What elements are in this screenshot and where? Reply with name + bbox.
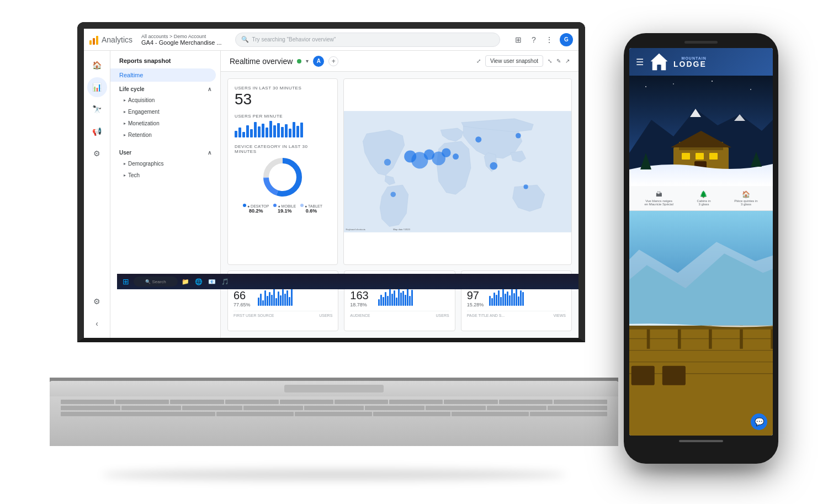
c2b14 — [407, 287, 408, 306]
nav-admin-icon[interactable]: ⚙ — [87, 144, 107, 163]
main-scene: Analytics All accounts > Demo Account GA… — [0, 0, 828, 504]
c3b6 — [500, 297, 502, 306]
mini-bar-8 — [262, 124, 264, 137]
content-header-right: ⤢ View user snapshot ⤡ ✎ ↗ — [476, 55, 570, 67]
users-30min-section: USERS IN LAST 30 MINUTES 53 — [235, 86, 331, 107]
c2b2 — [380, 295, 382, 306]
c3b15 — [520, 290, 522, 306]
svg-point-13 — [516, 133, 521, 139]
nav-reports-icon[interactable]: 📊 — [87, 77, 107, 97]
svg-point-24 — [712, 81, 713, 82]
c1b13 — [284, 294, 286, 306]
mountains-icon: 🏔 — [656, 190, 662, 198]
key — [243, 406, 303, 410]
key-row-2 — [61, 406, 607, 410]
laptop-device: Analytics All accounts > Demo Account GA… — [44, 22, 624, 475]
users-30min-label: USERS IN LAST 30 MINUTES — [235, 86, 331, 91]
svg-point-12 — [490, 162, 497, 170]
c2b16 — [411, 290, 413, 306]
dropdown-arrow[interactable]: ▾ — [306, 58, 309, 64]
svg-rect-29 — [682, 153, 690, 160]
expand-icon[interactable]: ⤡ — [548, 58, 552, 64]
phone-chat-button[interactable]: 💬 — [751, 413, 767, 430]
audience-btn[interactable]: A — [313, 56, 324, 67]
user-avatar[interactable]: G — [560, 33, 573, 46]
windows-start-icon[interactable]: ⊞ — [120, 276, 131, 287]
laptop-trackpad[interactable] — [284, 385, 384, 392]
sidebar-acquisition[interactable]: Acquisition — [110, 94, 220, 106]
sidebar-user-section[interactable]: User ∧ — [110, 145, 220, 158]
sidebar-lifecycle-section[interactable]: Life cycle ∧ — [110, 82, 220, 94]
mini-bar-3 — [242, 132, 245, 137]
nav-ads-icon[interactable]: 📢 — [87, 121, 107, 141]
mobile-pct: 19.1% — [278, 208, 292, 214]
ga-search-bar[interactable]: 🔍 Try searching "Behavior overview" — [235, 33, 500, 47]
taskbar-app-2[interactable]: 🌐 — [193, 276, 204, 287]
c2b6 — [389, 289, 391, 306]
ga-dashboard: USERS IN LAST 30 MINUTES 53 USERS PER MI… — [221, 72, 578, 338]
mini-bar-5 — [250, 129, 253, 137]
svg-point-14 — [523, 184, 528, 189]
gallery-img-svg — [629, 211, 773, 436]
key — [548, 406, 607, 410]
c3b1 — [489, 296, 491, 306]
svg-rect-31 — [709, 153, 718, 160]
share-icon[interactable]: ↗ — [565, 58, 570, 64]
edit-icon[interactable]: ✎ — [556, 58, 561, 64]
c2b1 — [378, 299, 380, 306]
grid-icon[interactable]: ⊞ — [513, 35, 523, 45]
sidebar-engagement[interactable]: Engagement — [110, 106, 220, 118]
card3-chart — [489, 287, 524, 306]
sidebar-monetization[interactable]: Monetization — [110, 118, 220, 129]
nav-explore-icon[interactable]: 🔭 — [87, 99, 107, 119]
stats-panel: USERS IN LAST 30 MINUTES 53 USERS PER MI… — [227, 78, 338, 265]
nav-home-icon[interactable]: 🏠 — [87, 55, 107, 75]
sidebar-tech[interactable]: Tech — [110, 169, 220, 181]
amenity-mountains: 🏔 Vue blancs neigesen Mauricie Spécial — [644, 190, 673, 206]
amenity-rooms-text: Pièce quintes in3 glass — [734, 199, 757, 206]
c2b13 — [405, 295, 406, 306]
c2b9 — [396, 298, 397, 306]
phone-menu-icon[interactable]: ☰ — [636, 57, 644, 67]
svg-point-11 — [475, 136, 481, 142]
tablet-pct: 0.6% — [306, 208, 317, 214]
c3b3 — [493, 293, 495, 306]
nav-settings-icon[interactable]: ⚙ — [87, 291, 107, 311]
phone-brand-text: MOUNTAIN LODGE — [673, 56, 707, 68]
taskbar-app-1[interactable]: 📁 — [180, 276, 191, 287]
phone-speaker — [684, 41, 718, 44]
lifecycle-chevron: ∧ — [208, 86, 211, 92]
phone-home-indicator[interactable] — [679, 440, 723, 442]
taskbar-app-4[interactable]: 🎵 — [220, 276, 231, 287]
phone-app-header: ☰ MOUNTAIN LODGE — [629, 48, 773, 76]
more-icon[interactable]: ⋮ — [544, 35, 554, 45]
taskbar-app-3[interactable]: 📧 — [206, 276, 217, 287]
card1-footer-right: USERS — [319, 314, 332, 317]
laptop-screen: Analytics All accounts > Demo Account GA… — [77, 22, 585, 342]
key-space — [61, 412, 215, 416]
card2-value: 163 — [350, 289, 374, 302]
sidebar-realtime[interactable]: Realtime — [110, 68, 216, 82]
key — [452, 412, 529, 416]
c1b15 — [289, 297, 290, 306]
nav-collapse-icon[interactable]: ‹ — [87, 314, 107, 333]
card3-footer-right: VIEWS — [553, 314, 566, 317]
taskbar-search[interactable]: 🔍 Search — [134, 277, 178, 287]
rooms-icon: 🏠 — [742, 190, 750, 198]
sidebar-demographics[interactable]: Demographics — [110, 158, 220, 169]
svg-rect-48 — [631, 366, 655, 385]
amenity-cabins-text: Cabins in3 glass — [697, 199, 710, 206]
view-snapshot-btn[interactable]: View user snapshot — [485, 55, 543, 67]
donut-chart-container: ● DESKTOP 80.2% — [235, 155, 331, 214]
sidebar-retention[interactable]: Retention — [110, 129, 220, 141]
help-icon[interactable]: ? — [529, 35, 539, 45]
add-comparison-btn[interactable]: + — [328, 56, 338, 66]
mini-bar-2 — [238, 128, 241, 137]
svg-text:Map data ©2023: Map data ©2023 — [393, 228, 410, 231]
mini-bar-9 — [266, 128, 268, 137]
content-header: Realtime overview ▾ A + ⤢ View user snap… — [221, 51, 578, 72]
windows-taskbar: ⊞ 🔍 Search 📁 🌐 📧 🎵 ENG9:06 — [117, 274, 585, 289]
content-title: Realtime overview — [230, 57, 293, 66]
c2b4 — [385, 292, 386, 306]
mini-bar-14 — [285, 124, 288, 137]
